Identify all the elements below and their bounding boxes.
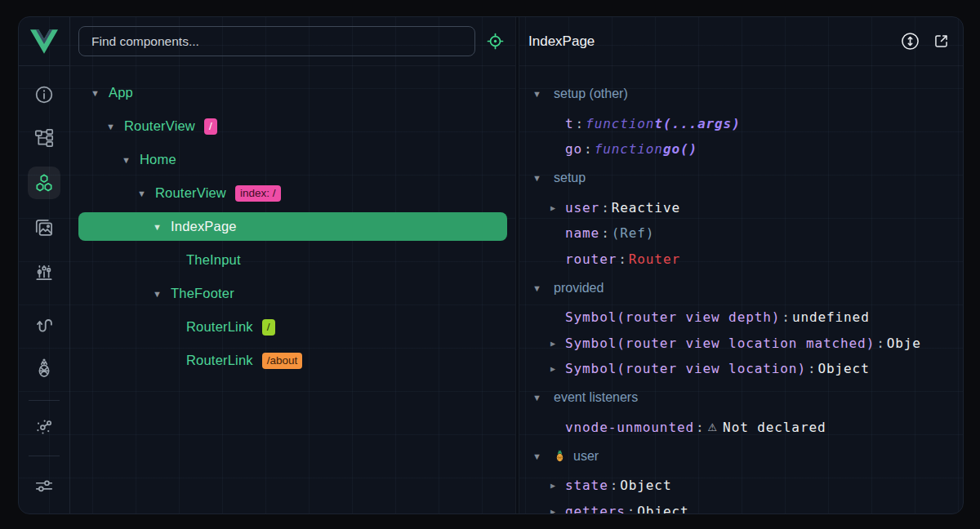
section-label: setup: [554, 171, 586, 185]
section-header-event-listeners[interactable]: ▼event listeners: [519, 383, 963, 412]
section-header-provided[interactable]: ▼provided: [519, 273, 963, 303]
route-badge: index: /: [235, 185, 281, 202]
component-name: RouterLink: [186, 353, 253, 368]
rail-divider: [29, 456, 60, 456]
tree-row-routerview[interactable]: ▼RouterView/: [78, 109, 507, 143]
entry-colon: :: [875, 336, 887, 351]
entry-colon: :: [617, 251, 629, 267]
tree-row-thefooter[interactable]: ▼TheFooter: [78, 277, 507, 310]
info-icon[interactable]: [28, 78, 60, 111]
state-entry: Symbol(router view depth) : undefined: [519, 305, 963, 331]
entry-value: undefined: [792, 309, 870, 325]
component-name: RouterView: [155, 185, 226, 201]
scroll-to-component-icon[interactable]: [900, 31, 920, 51]
icon-rail: [19, 17, 70, 513]
entry-key: go: [565, 141, 582, 157]
component-name: App: [109, 85, 133, 100]
entry-colon: :: [626, 504, 638, 514]
entry-value: (Ref): [612, 225, 655, 241]
caret-right-icon[interactable]: ▶: [550, 203, 565, 212]
warning-icon: ⚠: [706, 421, 724, 433]
state-entry[interactable]: ▶Symbol(router view location) : Object: [519, 356, 963, 382]
entry-colon: :: [599, 200, 612, 216]
state-entry[interactable]: ▶state : Object: [519, 473, 963, 499]
tree-row-theinput[interactable]: TheInput: [78, 243, 507, 277]
search-input[interactable]: [78, 26, 475, 56]
caret-down-icon[interactable]: ▼: [532, 89, 554, 99]
entry-key: Symbol(router view depth): [565, 309, 780, 325]
caret-down-icon[interactable]: ▼: [137, 189, 155, 198]
caret-down-icon[interactable]: ▼: [153, 222, 171, 232]
entry-value: t(...args): [654, 116, 740, 131]
tree-row-routerlink[interactable]: RouterLink/: [78, 310, 507, 344]
tree-row-indexpage[interactable]: ▼IndexPage: [78, 212, 507, 241]
state-entry[interactable]: ▶Symbol(router view location matched) : …: [519, 330, 963, 356]
caret-right-icon[interactable]: ▶: [550, 364, 565, 373]
component-tree-panel: ▼App▼RouterView/▼Home▼RouterViewindex: /…: [70, 17, 515, 513]
inspector-header: IndexPage: [519, 17, 963, 66]
section-header-user[interactable]: ▼user: [519, 442, 963, 471]
entry-colon: :: [574, 116, 586, 131]
devtools-window: ▼App▼RouterView/▼Home▼RouterViewindex: /…: [18, 16, 964, 514]
entry-value: Router: [629, 251, 680, 267]
component-name: Home: [140, 152, 176, 167]
graph-icon[interactable]: [28, 411, 60, 443]
entry-colon: :: [608, 478, 621, 493]
caret-down-icon[interactable]: ▼: [532, 173, 554, 183]
caret-right-icon[interactable]: ▶: [550, 507, 565, 514]
tree-row-routerlink[interactable]: RouterLink/about: [78, 344, 507, 377]
entry-key: name: [565, 225, 599, 241]
component-tree: ▼App▼RouterView/▼Home▼RouterViewindex: /…: [70, 66, 515, 377]
pages-tree-icon[interactable]: [28, 122, 60, 154]
component-name: RouterView: [124, 118, 195, 134]
pinia-icon[interactable]: [28, 352, 60, 385]
section-header-setup[interactable]: ▼setup: [519, 163, 963, 193]
component-name: IndexPage: [171, 219, 237, 234]
caret-right-icon[interactable]: ▶: [550, 339, 565, 348]
entry-value: Object: [620, 478, 671, 493]
section-label: user: [554, 449, 599, 464]
state-entry: router : Router: [519, 246, 963, 272]
state-section: ▼setup (other)t : function t(...args)go …: [519, 79, 963, 162]
caret-down-icon[interactable]: ▼: [106, 122, 124, 131]
settings-icon[interactable]: [28, 469, 60, 502]
entry-colon: :: [599, 225, 612, 241]
open-in-editor-icon[interactable]: [933, 33, 950, 50]
entry-colon: :: [806, 361, 818, 376]
state-entry[interactable]: ▶getters : Object: [519, 498, 963, 513]
caret-down-icon[interactable]: ▼: [122, 155, 140, 165]
caret-down-icon[interactable]: ▼: [91, 88, 109, 98]
state-entry: name : (Ref): [519, 220, 963, 247]
caret-down-icon[interactable]: ▼: [532, 393, 554, 402]
entry-value: Object: [817, 361, 869, 376]
tree-row-routerview[interactable]: ▼RouterViewindex: /: [78, 176, 507, 210]
assets-icon[interactable]: [28, 211, 60, 244]
tree-row-app[interactable]: ▼App: [78, 76, 507, 109]
timeline-icon[interactable]: [28, 256, 60, 288]
component-name: RouterLink: [186, 319, 253, 335]
caret-right-icon[interactable]: ▶: [550, 481, 565, 490]
entry-key: vnode-unmounted: [565, 420, 694, 435]
caret-down-icon[interactable]: ▼: [532, 451, 554, 461]
tree-toolbar: [70, 17, 515, 66]
rail-divider: [29, 400, 60, 401]
state-entry[interactable]: ▶user : Reactive: [519, 194, 963, 220]
caret-down-icon[interactable]: ▼: [532, 283, 554, 293]
router-icon[interactable]: [28, 309, 60, 342]
entry-key: Symbol(router view location matched): [565, 336, 875, 351]
section-label: setup (other): [554, 87, 628, 101]
components-icon[interactable]: [28, 167, 60, 199]
state-section: ▼user▶state : Object▶getters : Object: [519, 442, 963, 514]
target-icon[interactable]: [486, 32, 505, 51]
caret-down-icon[interactable]: ▼: [153, 289, 171, 299]
state-entry: t : function t(...args): [519, 110, 963, 136]
entry-value: Not declared: [723, 420, 826, 435]
route-badge: /about: [262, 353, 303, 369]
section-header-setup-other-[interactable]: ▼setup (other): [519, 79, 963, 109]
state-section: ▼providedSymbol(router view depth) : und…: [519, 273, 963, 382]
state-section: ▼event listenersvnode-unmounted : ⚠Not d…: [519, 383, 963, 440]
component-name: TheInput: [186, 252, 241, 268]
inspector-panel: IndexPage ▼setup (o: [519, 17, 963, 513]
tree-row-home[interactable]: ▼Home: [78, 143, 507, 176]
component-name: TheFooter: [171, 286, 234, 301]
